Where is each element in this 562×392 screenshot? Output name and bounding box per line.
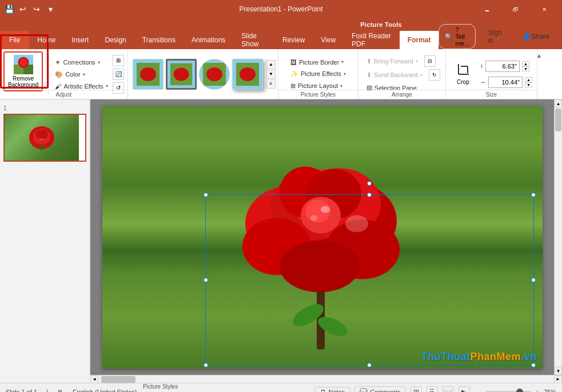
customize-icon[interactable]: ▾ xyxy=(46,5,55,14)
watermark-text1: ThuThuat xyxy=(421,351,470,362)
height-row: ↕ ▲ ▼ xyxy=(480,61,532,72)
slide-thumbnail-1[interactable] xyxy=(3,114,86,162)
artistic-icon: 🖌 xyxy=(55,83,61,90)
handle-top-mid[interactable] xyxy=(367,193,372,197)
border-icon: 🖼 xyxy=(290,59,297,66)
sign-in-button[interactable]: Sign in xyxy=(480,27,510,46)
scroll-track[interactable] xyxy=(555,107,562,367)
arrange-row-2: ⬇ Send Backward ▾ ↻ xyxy=(363,69,441,81)
remove-bg-icon xyxy=(13,55,34,74)
window-title: Presentation1 - PowerPoint xyxy=(239,5,322,13)
corrections-icon: ☀ xyxy=(55,59,61,66)
send-backward-icon: ⬇ xyxy=(366,71,372,79)
svg-point-25 xyxy=(40,130,48,139)
handle-bottom-left[interactable] xyxy=(204,363,208,367)
ribbon-tabs: File Home Insert Design Transitions Anim… xyxy=(0,31,562,49)
normal-view-button[interactable]: ⊞ xyxy=(410,386,422,393)
handle-left-mid[interactable] xyxy=(204,278,208,282)
height-down[interactable]: ▼ xyxy=(522,66,529,71)
gallery-expand[interactable]: ≡ xyxy=(266,79,276,89)
tab-file[interactable]: File xyxy=(0,31,29,49)
height-input[interactable] xyxy=(485,61,520,72)
notes-button[interactable]: 🗒 Notes xyxy=(315,387,350,393)
crop-button[interactable]: Crop xyxy=(451,57,476,91)
ribbon-collapse[interactable]: ▴ xyxy=(537,49,545,99)
minimize-button[interactable]: 🗕 xyxy=(474,0,500,18)
gallery-scroll-down[interactable]: ▼ xyxy=(266,70,276,79)
send-backward-arrow: ▾ xyxy=(420,73,423,78)
handle-top-left[interactable] xyxy=(204,193,208,197)
tab-foxit[interactable]: Foxit Reader PDF xyxy=(344,31,400,49)
handle-right-mid[interactable] xyxy=(531,278,536,282)
style-item-3[interactable] xyxy=(199,59,230,90)
picture-effects-button[interactable]: ✨ Picture Effects ▾ xyxy=(287,69,349,79)
effects-icon: ✨ xyxy=(290,70,298,78)
height-up[interactable]: ▲ xyxy=(522,61,529,66)
gallery-scroll-up[interactable]: ▲ xyxy=(266,60,276,69)
scroll-left-button[interactable]: ◄ xyxy=(90,375,98,383)
align-button[interactable]: ⊟ xyxy=(424,55,436,67)
canvas-wrapper: ThuThuatPhanMem.vn ▲ ▼ xyxy=(90,99,562,375)
share-button[interactable]: 👤 Share xyxy=(515,27,557,46)
h-scroll-track[interactable] xyxy=(98,375,554,383)
redo-icon[interactable]: ↪ xyxy=(32,5,41,14)
tab-transitions[interactable]: Transitions xyxy=(134,31,184,49)
tab-view[interactable]: View xyxy=(313,31,344,49)
zoom-in-icon[interactable]: + xyxy=(536,389,539,393)
zoom-out-icon[interactable]: — xyxy=(475,389,481,393)
tab-format[interactable]: Format xyxy=(400,31,439,49)
comments-button[interactable]: 💬 Comments xyxy=(354,386,405,392)
slideshow-button[interactable]: ▶ xyxy=(459,386,470,393)
crop-icon xyxy=(455,63,471,79)
style-item-1[interactable] xyxy=(133,59,164,90)
slide-sorter-button[interactable]: ⠿ xyxy=(427,386,438,393)
send-backward-button[interactable]: ⬇ Send Backward ▾ xyxy=(363,69,426,81)
style-item-4[interactable] xyxy=(232,59,263,90)
color-button[interactable]: 🎨 Color ▾ xyxy=(51,69,111,80)
h-scroll-thumb[interactable] xyxy=(101,376,135,383)
change-picture-button[interactable]: 🔄 xyxy=(113,69,124,80)
scroll-down-button[interactable]: ▼ xyxy=(555,367,562,375)
handle-bottom-right[interactable] xyxy=(531,363,536,367)
svg-point-4 xyxy=(19,59,27,66)
tell-me-box[interactable]: 🔍 ? Tell me... xyxy=(439,24,475,49)
scroll-thumb[interactable] xyxy=(555,109,561,131)
save-icon[interactable]: 💾 xyxy=(5,5,14,14)
close-button[interactable]: ✕ xyxy=(531,0,557,18)
tab-review[interactable]: Review xyxy=(274,31,313,49)
tab-animations[interactable]: Animations xyxy=(184,31,233,49)
undo-icon[interactable]: ↩ xyxy=(18,5,27,14)
remove-background-button[interactable]: RemoveBackground xyxy=(3,51,43,91)
width-down[interactable]: ▼ xyxy=(525,82,532,87)
corrections-button[interactable]: ☀ Corrections ▾ xyxy=(51,57,111,68)
tab-home[interactable]: Home xyxy=(29,31,63,49)
restore-button[interactable]: 🗗 xyxy=(503,0,529,18)
border-dropdown-arrow: ▾ xyxy=(341,59,344,65)
slide-panel: 1 xyxy=(0,99,90,375)
compress-pictures-button[interactable]: ⊞ xyxy=(113,55,124,66)
collapse-icon[interactable]: ▴ xyxy=(537,51,541,59)
zoom-thumb[interactable] xyxy=(516,389,523,393)
bring-forward-button[interactable]: ⬆ Bring Forward ▾ xyxy=(363,55,421,67)
arrange-row-1: ⬆ Bring Forward ▾ ⊟ xyxy=(363,55,436,67)
width-up[interactable]: ▲ xyxy=(525,77,532,82)
picture-border-button[interactable]: 🖼 Picture Border ▾ xyxy=(287,57,347,67)
slide-background: ThuThuatPhanMem.vn xyxy=(102,106,543,369)
scroll-up-button[interactable]: ▲ xyxy=(555,99,562,107)
rotate-button[interactable]: ↻ xyxy=(429,69,440,81)
handle-bottom-mid[interactable] xyxy=(367,363,372,367)
tab-insert[interactable]: Insert xyxy=(63,31,97,49)
style-item-2[interactable] xyxy=(166,59,197,90)
adjust-group: RemoveBackground ☀ Corrections ▾ 🎨 Color… xyxy=(0,49,128,99)
picture-format-group: 🖼 Picture Border ▾ ✨ Picture Effects ▾ ⊞… xyxy=(278,49,358,99)
scroll-right-button[interactable]: ► xyxy=(554,375,562,383)
tab-slideshow[interactable]: Slide Show xyxy=(233,31,274,49)
ribbon-right: 🔍 ? Tell me... Sign in 👤 Share xyxy=(439,24,562,49)
tab-design[interactable]: Design xyxy=(97,31,134,49)
handle-top-right[interactable] xyxy=(531,193,536,197)
width-input[interactable] xyxy=(488,77,523,88)
svg-point-16 xyxy=(240,67,256,81)
rotate-handle[interactable] xyxy=(367,181,372,186)
corrections-dropdown-arrow: ▾ xyxy=(98,60,100,65)
reading-view-button[interactable]: 📖 xyxy=(443,386,454,393)
